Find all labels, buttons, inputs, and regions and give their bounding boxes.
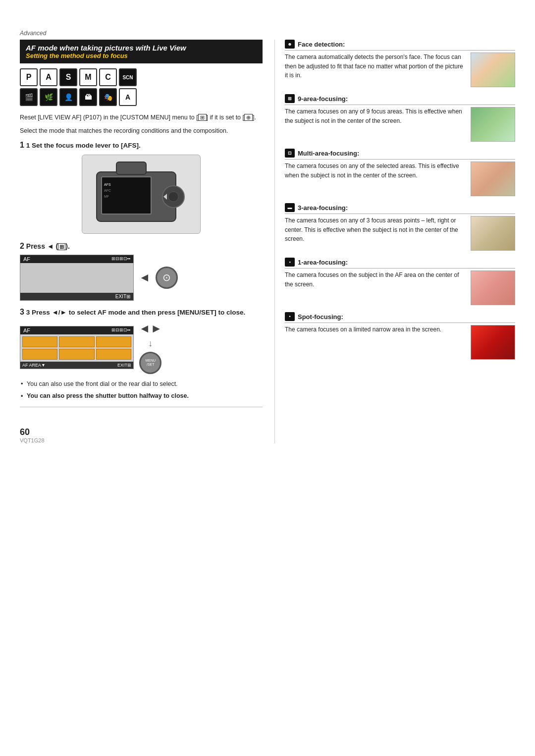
mode-a: A (40, 68, 57, 86)
svg-rect-1 (116, 162, 146, 174)
focus-title-5: •Spot-focusing: (285, 312, 515, 323)
step2-number: 2 (20, 242, 24, 250)
camera-svg-1: AFS AFC MF (87, 157, 196, 231)
af-cell-3 (96, 336, 131, 347)
step1-number: 1 (20, 141, 24, 149)
nav-arrow-1: ◄ (139, 270, 151, 284)
mode-icons: P A S M C SCN 🎬 🌿 👤 🏔 🎭 A (20, 68, 263, 108)
focus-text-4: The camera focuses on the subject in the… (285, 270, 466, 289)
af-menu-box-1: AF ⊞⊟⊞⊡▪▪ EXIT⊞ (20, 255, 134, 301)
sub-title: Setting the method used to focus (26, 52, 257, 59)
nav-down-arrow: ↓ (148, 338, 153, 349)
mode-scn: SCN (119, 68, 137, 86)
divider (20, 407, 263, 407)
title-box: AF mode when taking pictures with Live V… (20, 40, 263, 63)
focus-body-2: The camera focuses on any of the selecte… (285, 162, 515, 196)
af-footer-2: AF AREA▼ EXIT⊞ (20, 362, 133, 369)
focus-title-2: ⊡Multi-area-focusing: (285, 149, 515, 160)
menu-set-dial: MENU /SET (139, 352, 161, 374)
focus-photo-4 (471, 270, 515, 305)
focus-title-text-4: 1-area-focusing: (298, 259, 348, 266)
left-column: AF mode when taking pictures with Live V… (20, 40, 263, 443)
mode-m: M (79, 68, 97, 86)
main-title: AF mode when taking pictures with Live V… (26, 44, 257, 52)
af-cell-2 (59, 336, 94, 347)
face-icon: ☻ (285, 40, 295, 49)
svg-text:AFC: AFC (104, 189, 111, 192)
camera-image-1: AFS AFC MF (82, 155, 201, 234)
mode-scene3: 🏔 (79, 88, 97, 106)
af-cell-4 (22, 349, 57, 360)
nav-arrow-lr: ◄► (139, 322, 162, 335)
af-menu-container-2: AF ⊞⊟⊞⊡▪▪ (20, 322, 263, 374)
camera-diagram-1: AFS AFC MF (20, 155, 263, 234)
focus-title-3: ▬3-area-focusing: (285, 203, 515, 214)
focus-section-5: •Spot-focusing:The camera focuses on a l… (285, 312, 515, 360)
main-content: AF mode when taking pictures with Live V… (20, 40, 515, 443)
mode-video: 🎬 (20, 88, 38, 106)
mode-row-1: P A S M C SCN (20, 68, 263, 86)
focus-text-5: The camera focuses on a limited narrow a… (285, 325, 466, 334)
page-number: 60 (20, 427, 263, 437)
nav-group-2: ◄► ↓ MENU /SET (139, 322, 162, 374)
focus-section-3: ▬3-area-focusing:The camera focuses on a… (285, 203, 515, 251)
menu-label: MENU (145, 359, 156, 363)
step2-heading: 2 Press ◄ (⊞). (20, 242, 263, 251)
focus-title-text-2: Multi-area-focusing: (298, 150, 359, 157)
focus-title-text-3: 3-area-focusing: (298, 204, 348, 212)
svg-text:MF: MF (104, 195, 109, 198)
mode-auto: A (119, 88, 137, 106)
af-menu-header-1: AF ⊞⊟⊞⊡▪▪ (20, 255, 133, 263)
focus-title-text-5: Spot-focusing: (298, 313, 343, 321)
focus-text-1: The camera focuses on any of 9 focus are… (285, 107, 466, 125)
focus-body-3: The camera focuses on any of 3 focus are… (285, 216, 515, 251)
af-icons-row-2: ⊞⊟⊞⊡▪▪ (111, 327, 130, 333)
mode-row-2: 🎬 🌿 👤 🏔 🎭 A (20, 88, 263, 106)
advanced-label: Advanced (20, 30, 515, 37)
focus-text-0: The camera automatically detects the per… (285, 53, 466, 80)
step1-label: 1 Set the focus mode lever to [AFS]. (26, 142, 141, 149)
af-menu-empty-1 (20, 263, 133, 293)
af-menu-header-2: AF ⊞⊟⊞⊡▪▪ (20, 326, 133, 334)
focus-section-2: ⊡Multi-area-focusing:The camera focuses … (285, 149, 515, 196)
af-exit-label: EXIT⊞ (115, 294, 130, 299)
af-icons-row: ⊞⊟⊞⊡▪▪ (111, 256, 130, 262)
step2-label: Press ◄ ( (26, 242, 58, 250)
af-cell-6 (96, 349, 131, 360)
focus-text-2: The camera focuses on any of the selecte… (285, 162, 466, 180)
multi-icon: ⊡ (285, 149, 295, 158)
af-label-2: AF (23, 327, 30, 333)
svg-point-7 (168, 192, 178, 202)
af-menu-box-2: AF ⊞⊟⊞⊡▪▪ (20, 326, 134, 369)
af-label: AF (23, 256, 30, 262)
bullet-item-1: You can also use the front dial or the r… (20, 379, 263, 389)
focus-body-5: The camera focuses on a limited narrow a… (285, 325, 515, 360)
focus-title-1: ⊞9-area-focusing: (285, 94, 515, 105)
af-exit-label-2: EXIT⊞ (117, 363, 131, 368)
af-grid (20, 334, 133, 362)
focus-photo-1 (471, 107, 515, 142)
focus-title-0: ☻Face detection: (285, 40, 515, 51)
right-column: ☻Face detection:The camera automatically… (274, 40, 515, 443)
body-text-2: Select the mode that matches the recordi… (20, 126, 263, 136)
focus-title-4: ▪1-area-focusing: (285, 258, 515, 269)
nav-dial-1: ⊙ (156, 267, 178, 289)
mode-scene4: 🎭 (99, 88, 117, 106)
bullet-item-2: You can also press the shutter button ha… (20, 391, 263, 401)
page: Advanced AF mode when taking pictures wi… (0, 30, 535, 443)
9area-icon: ⊞ (285, 94, 295, 103)
step3-label: 3 Press ◄/► to select AF mode and then p… (26, 309, 246, 316)
doc-code: VQT1G28 (20, 437, 263, 443)
step3-number: 3 (20, 308, 24, 316)
af-cell-5 (59, 349, 94, 360)
mode-c: C (99, 68, 117, 86)
bullet-list: You can also use the front dial or the r… (20, 379, 263, 401)
body-text-1: Reset [LIVE VIEW AF] (P107) in the [CUST… (20, 113, 263, 122)
af-area-label: AF AREA▼ (22, 363, 46, 368)
3area-icon: ▬ (285, 203, 295, 212)
af-grid-inner (22, 336, 131, 360)
af-menu-container-1: AF ⊞⊟⊞⊡▪▪ EXIT⊞ ◄ ⊙ (20, 255, 263, 301)
focus-title-text-0: Face detection: (298, 41, 345, 48)
mode-s: S (59, 68, 77, 86)
1area-icon: ▪ (285, 258, 295, 267)
